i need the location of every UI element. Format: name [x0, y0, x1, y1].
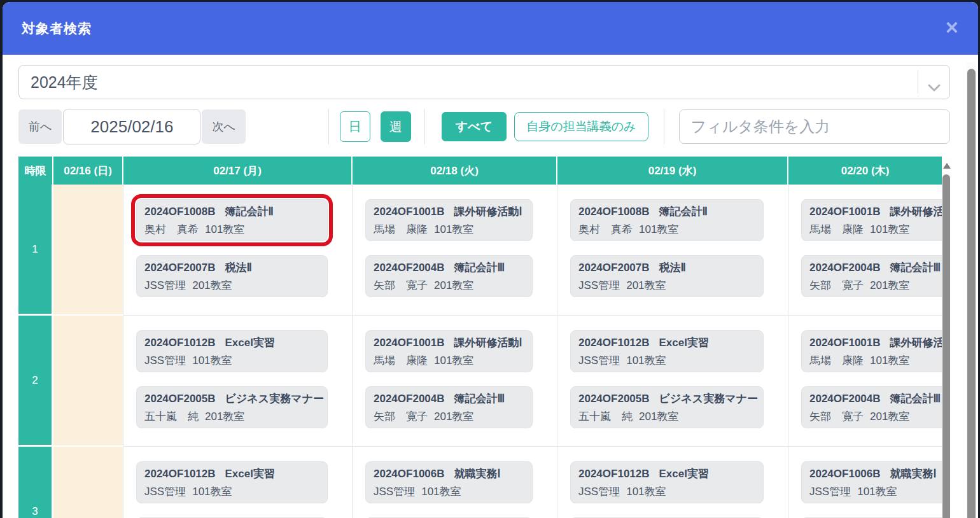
column-header-mon: 02/17 (月)	[123, 157, 353, 185]
card-title: 2024OF1001B課外研修活動Ⅰ	[809, 204, 942, 220]
card-title: 2024OF2005Bビジネス実務マナー	[578, 391, 755, 407]
day-view-button[interactable]: 日	[340, 111, 370, 142]
date-field[interactable]: 2025/02/16	[63, 109, 200, 144]
card-course-code: 2024OF1008B	[578, 206, 650, 218]
schedule-row: 22024OF1012BExcel実習JSS管理101教室2024OF2005B…	[18, 316, 942, 447]
card-course-code: 2024OF1008B	[144, 206, 216, 218]
class-card[interactable]: 2024OF2005Bビジネス実務マナー五十嵐 純201教室	[570, 386, 764, 428]
card-course-name: 税法Ⅱ	[225, 262, 252, 274]
modal-scrollbar-thumb[interactable]	[967, 69, 976, 518]
class-card[interactable]: 2024OF2005Bビジネス実務マナー五十嵐 純201教室	[136, 386, 328, 428]
card-teacher: JSS管理	[144, 486, 186, 498]
class-card[interactable]: 2024OF1001B課外研修活動Ⅰ馬場 康隆101教室	[365, 330, 533, 372]
filter-input[interactable]	[679, 109, 950, 144]
card-room: 101教室	[857, 486, 897, 498]
class-card[interactable]: 2024OF1001B課外研修活動Ⅰ馬場 康隆101教室	[801, 330, 942, 372]
card-room: 201教室	[870, 410, 909, 423]
modal-title: 対象者検索	[22, 20, 92, 38]
class-card[interactable]: 2024OF2007B税法ⅡJSS管理201教室	[136, 255, 328, 297]
week-view-button[interactable]: 週	[381, 111, 411, 142]
class-card[interactable]: 2024OF2004B簿記会計Ⅲ矢部 寛子201教室	[365, 255, 533, 297]
class-card[interactable]: 2024OF1006B就職実務ⅠJSS管理101教室	[365, 461, 533, 503]
column-header-thu: 02/20 (木)	[788, 157, 942, 185]
day-cell-mon: 2024OF1012BExcel実習JSS管理101教室2024OF2005Bビ…	[123, 316, 353, 447]
scroll-up-arrow-icon[interactable]	[943, 163, 951, 169]
card-course-name: 税法Ⅱ	[659, 262, 686, 274]
class-card[interactable]: 2024OF1012BExcel実習JSS管理101教室	[136, 330, 328, 372]
card-course-name: 就職実務Ⅰ	[890, 468, 937, 480]
card-title: 2024OF2004B簿記会計Ⅲ	[809, 260, 942, 276]
card-detail: 矢部 寛子201教室	[374, 277, 524, 294]
card-title: 2024OF1012BExcel実習	[144, 466, 319, 482]
class-card[interactable]: 2024OF2007B税法ⅡJSS管理201教室	[570, 255, 764, 297]
schedule-row: 32024OF1012BExcel実習JSS管理101教室2024OF1006B…	[18, 447, 942, 518]
card-detail: JSS管理201教室	[578, 277, 755, 294]
day-cell-wed: 2024OF1008B簿記会計Ⅱ奥村 真希101教室2024OF2007B税法Ⅱ…	[557, 185, 788, 316]
card-course-name: Excel実習	[225, 337, 275, 349]
card-title: 2024OF2004B簿記会計Ⅲ	[374, 391, 524, 407]
card-room: 101教室	[870, 223, 909, 235]
card-course-name: 就職実務Ⅰ	[454, 468, 501, 480]
card-detail: 奥村 真希101教室	[144, 221, 319, 238]
table-scrollbar-thumb[interactable]	[942, 174, 950, 518]
card-room: 201教室	[192, 279, 232, 291]
card-course-name: Excel実習	[659, 337, 709, 349]
card-course-name: 簿記会計Ⅲ	[454, 262, 505, 274]
schedule-table: 時限02/16 (日)02/17 (月)02/18 (火)02/19 (水)02…	[18, 157, 951, 518]
class-card[interactable]: 2024OF2004B簿記会計Ⅲ矢部 寛子201教室	[365, 386, 533, 428]
column-header-sun: 02/16 (日)	[53, 157, 123, 185]
card-course-code: 2024OF2004B	[809, 262, 881, 274]
card-detail: 奥村 真希101教室	[578, 221, 755, 238]
card-title: 2024OF2007B税法Ⅱ	[144, 260, 319, 276]
all-lectures-button[interactable]: すべて	[442, 112, 507, 141]
chevron-down-icon[interactable]	[928, 78, 941, 96]
card-teacher: 奥村 真希	[144, 223, 199, 235]
class-card[interactable]: 2024OF1012BExcel実習JSS管理101教室	[136, 461, 328, 503]
card-title: 2024OF2007B税法Ⅱ	[578, 260, 755, 276]
card-teacher: 馬場 康隆	[374, 354, 428, 367]
year-select[interactable]: 2024年度	[18, 65, 950, 99]
class-card[interactable]: 2024OF1001B課外研修活動Ⅰ馬場 康隆101教室	[801, 199, 942, 241]
next-button[interactable]: 次へ	[202, 109, 245, 144]
card-detail: 五十嵐 純201教室	[578, 409, 755, 425]
toolbar-divider	[424, 109, 425, 144]
class-card[interactable]: 2024OF1008B簿記会計Ⅱ奥村 真希101教室	[136, 199, 328, 241]
card-teacher: JSS管理	[144, 354, 186, 367]
period-label: 3	[18, 447, 53, 518]
class-card[interactable]: 2024OF1006B就職実務ⅠJSS管理101教室	[801, 461, 942, 503]
class-card[interactable]: 2024OF1001B課外研修活動Ⅰ馬場 康隆101教室	[365, 199, 533, 241]
class-card[interactable]: 2024OF1012BExcel実習JSS管理101教室	[570, 330, 764, 372]
card-course-code: 2024OF1006B	[809, 468, 881, 480]
own-lectures-button[interactable]: 自身の担当講義のみ	[514, 112, 648, 141]
card-teacher: 五十嵐 純	[144, 410, 199, 423]
period-label: 1	[18, 185, 53, 316]
class-card[interactable]: 2024OF1008B簿記会計Ⅱ奥村 真希101教室	[570, 199, 764, 241]
class-card[interactable]: 2024OF2004B簿記会計Ⅲ矢部 寛子201教室	[801, 386, 942, 428]
card-teacher: 奥村 真希	[578, 223, 633, 235]
modal-scrollbar[interactable]	[967, 62, 976, 518]
card-room: 101教室	[639, 223, 678, 235]
day-cell-mon: 2024OF1008B簿記会計Ⅱ奥村 真希101教室2024OF2007B税法Ⅱ…	[123, 185, 353, 316]
class-card[interactable]: 2024OF1012BExcel実習JSS管理101教室	[570, 461, 764, 503]
day-cell-wed: 2024OF1012BExcel実習JSS管理101教室	[557, 447, 788, 518]
card-title: 2024OF1001B課外研修活動Ⅰ	[374, 204, 524, 220]
toolbar-divider	[664, 109, 664, 144]
class-card[interactable]: 2024OF2004B簿記会計Ⅲ矢部 寛子201教室	[801, 255, 942, 297]
day-cell-sun	[53, 185, 123, 316]
card-course-code: 2024OF1006B	[374, 468, 445, 480]
card-course-code: 2024OF1001B	[374, 206, 445, 218]
card-teacher: JSS管理	[144, 279, 186, 291]
card-course-name: Excel実習	[225, 468, 275, 480]
day-cell-mon: 2024OF1012BExcel実習JSS管理101教室	[123, 447, 353, 518]
table-scrollbar[interactable]	[942, 158, 951, 518]
day-cell-tue: 2024OF1001B課外研修活動Ⅰ馬場 康隆101教室2024OF2004B簿…	[353, 316, 557, 447]
card-room: 101教室	[434, 354, 473, 367]
card-course-code: 2024OF2004B	[374, 393, 445, 405]
card-course-name: 簿記会計Ⅲ	[454, 393, 505, 405]
card-room: 201教室	[639, 410, 678, 423]
card-course-name: 課外研修活動Ⅰ	[454, 206, 522, 218]
card-room: 101教室	[192, 354, 232, 367]
prev-button[interactable]: 前へ	[18, 109, 62, 144]
close-icon[interactable]: ✕	[944, 20, 959, 37]
day-cell-wed: 2024OF1012BExcel実習JSS管理101教室2024OF2005Bビ…	[557, 316, 788, 447]
